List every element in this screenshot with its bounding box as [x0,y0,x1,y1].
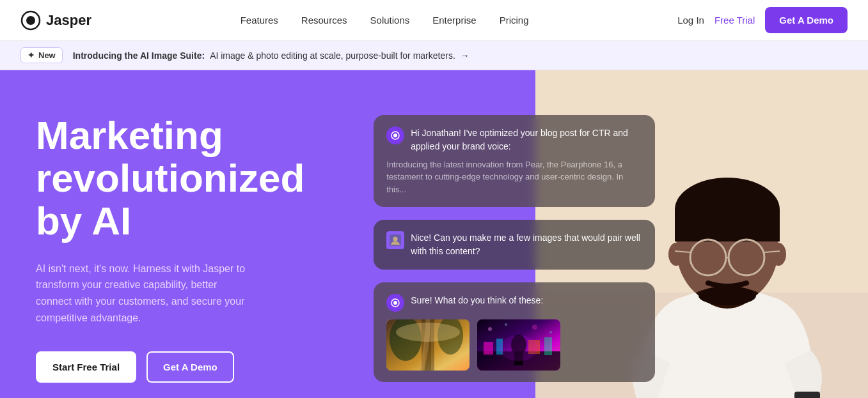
svg-point-24 [393,301,397,305]
chat-image-2 [477,319,560,371]
svg-point-1 [26,16,35,25]
navbar: Jasper Features Resources Solutions Ente… [0,0,868,41]
chat-bubble-1: Hi Jonathan! I've optimized your blog po… [374,115,655,208]
chat-images [386,319,642,371]
svg-rect-36 [544,337,552,355]
announcement-arrow: → [461,50,470,61]
jasper-icon-2 [390,298,400,308]
jasper-avatar-1 [386,126,404,144]
nav-solutions[interactable]: Solutions [370,15,410,26]
chat-bubble-1-header: Hi Jonathan! I've optimized your blog po… [386,126,642,153]
svg-point-40 [488,327,492,331]
user-photo-icon [390,234,401,246]
new-badge: ✦ New [20,47,63,63]
hero-left: Marketing revolutionized by AI AI isn't … [0,70,335,398]
hero-subtitle: AI isn't next, it's now. Harness it with… [36,261,253,326]
get-demo-button[interactable]: Get A Demo [765,7,848,33]
chat-image-1 [386,319,470,371]
svg-point-22 [393,237,398,241]
svg-point-9 [668,243,684,266]
logo-text: Jasper [46,12,91,29]
chat-bubble-3-text: Sure! What do you think of these: [411,294,543,307]
logo[interactable]: Jasper [20,10,91,31]
announcement-text: Introducing the AI Image Suite: AI image… [73,50,470,61]
jasper-avatar-2 [386,294,404,312]
get-demo-hero-button[interactable]: Get A Demo [146,351,234,383]
chat-area: Hi Jonathan! I've optimized your blog po… [374,115,655,383]
sparkle-icon: ✦ [28,50,35,60]
svg-point-18 [698,286,756,305]
start-free-trial-button[interactable]: Start Free Trial [36,351,136,383]
nav-links: Features Resources Solutions Enterprise … [241,15,529,26]
chat-bubble-2-text: Nice! Can you make me a few images that … [411,231,642,258]
generated-image-1 [386,319,470,371]
login-button[interactable]: Log In [677,15,704,26]
hero-right: Hi Jonathan! I've optimized your blog po… [335,70,868,398]
hero-buttons: Start Free Trial Get A Demo [36,351,304,383]
svg-point-43 [549,331,552,333]
nav-resources[interactable]: Resources [301,15,347,26]
announcement-body: AI image & photo editing at scale, purpo… [210,50,455,61]
chat-bubble-1-text: Hi Jonathan! I've optimized your blog po… [411,126,642,153]
new-badge-label: New [38,50,56,60]
jasper-icon [390,130,400,141]
svg-rect-33 [484,342,493,355]
svg-point-30 [396,323,460,342]
navbar-actions: Log In Free Trial Get A Demo [677,7,848,33]
announcement-bold: Introducing the AI Image Suite: [73,50,205,61]
nav-pricing[interactable]: Pricing [500,15,529,26]
svg-point-10 [771,243,786,266]
free-trial-button[interactable]: Free Trial [714,15,755,26]
svg-point-41 [505,323,507,326]
chat-bubble-2-header: Nice! Can you make me a few images that … [386,231,642,258]
chat-bubble-2: Nice! Can you make me a few images that … [374,220,655,270]
svg-rect-17 [794,392,820,398]
user-avatar [386,231,404,249]
hero-title: Marketing revolutionized by AI [36,114,304,243]
jasper-logo-icon [20,10,41,31]
hero-section: Marketing revolutionized by AI AI isn't … [0,70,868,398]
chat-bubble-3: Sure! What do you think of these: [374,282,655,382]
svg-rect-8 [675,210,780,241]
svg-point-20 [393,134,397,137]
nav-enterprise[interactable]: Enterprise [432,15,476,26]
nav-features[interactable]: Features [241,15,278,26]
svg-point-42 [532,325,537,330]
announcement-bar[interactable]: ✦ New Introducing the AI Image Suite: AI… [0,41,868,70]
svg-point-39 [500,335,538,361]
generated-image-2 [477,319,560,371]
chat-bubble-1-subtext: Introducing the latest innovation from P… [386,158,642,196]
chat-bubble-3-header: Sure! What do you think of these: [386,294,642,312]
